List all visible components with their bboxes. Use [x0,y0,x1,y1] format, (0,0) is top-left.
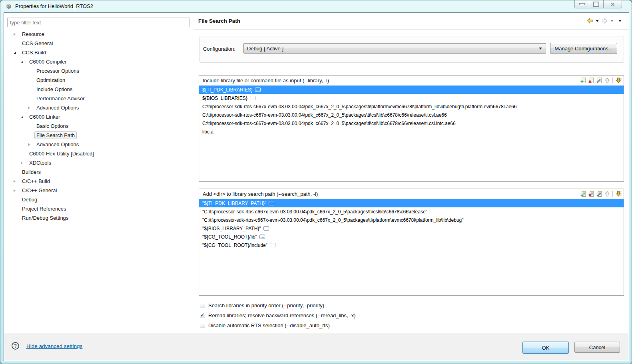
list-item[interactable]: libc.a [199,127,624,136]
sidebar-item-c-c-build[interactable]: C/C++ Build [4,177,193,186]
sidebar-item-label: Run/Debug Settings [20,214,70,222]
view-menu-caret[interactable] [618,20,622,22]
list-item[interactable]: C:\ti\processor-sdk-rtos-c667x-evm-03.03… [199,102,624,111]
sidebar-item-advanced-options[interactable]: Advanced Options [4,103,193,112]
tree-expand-icon[interactable] [21,161,23,165]
tree-collapse-icon[interactable] [21,61,23,63]
tree-expand-icon[interactable] [28,143,30,146]
sidebar-item-builders[interactable]: Builders [4,167,193,177]
move-down-icon[interactable] [615,77,622,84]
list-item[interactable]: C:\ti\processor-sdk-rtos-c667x-evm-03.03… [199,119,624,127]
move-down-icon[interactable] [615,190,622,197]
checkbox-row-reread-libraries-resolve-backward-references[interactable]: Reread libraries; resolve backward refer… [200,311,355,319]
toolbar-separator [612,191,613,197]
list-item[interactable]: "C:\ti\processor-sdk-rtos-c667x-evm-03.0… [199,207,624,216]
minimize-button[interactable] [574,0,589,8]
tree-expand-icon[interactable] [28,106,30,109]
tree-collapse-icon[interactable] [14,52,16,54]
sidebar-item-label: C6000 Compiler [27,58,69,66]
library-files-group: Include library file or command file as … [199,75,624,182]
edit-file-icon[interactable] [596,190,602,197]
sidebar-item-processor-options[interactable]: Processor Options [4,66,193,76]
sidebar-item-run-debug-settings[interactable]: Run/Debug Settings [4,213,193,223]
edit-file-icon[interactable] [596,77,602,84]
sidebar-item-performance-advisor[interactable]: Performance Advisor [4,94,193,103]
add-file-icon[interactable] [580,77,586,84]
maximize-button[interactable] [589,0,604,8]
checkbox-unchecked-icon[interactable] [200,323,205,328]
sidebar-item-project-references[interactable]: Project References [4,204,193,213]
tree-expand-icon[interactable] [14,189,16,192]
checkbox-row-disable-automatic-rts-selection[interactable]: Disable automatic RTS selection (--disab… [200,321,330,329]
sidebar-item-label: Processor Options [34,67,81,75]
list-item-text: "C:\ti\processor-sdk-rtos-c667x-evm-03.0… [202,217,464,223]
search-path-title: Add <dir> to library search path (--sear… [203,191,318,197]
titlebar[interactable]: Properties for HelloWorld_RTOS2 ✕ [0,0,632,12]
checkbox-row-search-libraries-in-priority-order[interactable]: Search libraries in priority order (--pr… [200,301,324,309]
list-item-text: C:\ti\processor-sdk-rtos-c667x-evm-03.03… [202,104,516,109]
list-item[interactable]: ${TI_PDK_LIBRARIES}… [199,86,624,94]
list-item-text: "C:\ti\processor-sdk-rtos-c667x-evm-03.0… [202,209,427,215]
forward-menu-caret[interactable] [610,20,614,22]
list-item-text: libc.a [202,129,213,135]
configuration-select[interactable]: Debug [ Active ] [243,43,546,54]
manage-configurations-button[interactable]: Manage Configurations... [550,43,617,54]
close-icon: ✕ [610,2,615,7]
dialog-footer: ? Hide advanced settings OK Cancel [4,333,629,361]
sidebar-item-label: C6000 Hex Utility [Disabled] [27,150,96,157]
list-item-text: "${BIOS_LIBRARY_PATH}" [202,226,261,231]
list-item-text: "${CG_TOOL_ROOT}/lib" [202,234,257,240]
sidebar-item-optimization[interactable]: Optimization [4,76,193,85]
sidebar-item-file-search-path[interactable]: File Search Path [4,131,193,140]
sidebar-item-ccs-build[interactable]: CCS Build [4,48,193,57]
search-path-list: "${TI_PDK_LIBRARY_PATH}"…"C:\ti\processo… [199,199,624,295]
sidebar-item-debug[interactable]: Debug [4,195,193,204]
hide-advanced-settings-link[interactable]: Hide advanced settings [26,343,82,349]
sidebar-item-label: Include Options [34,86,74,93]
list-item-text: C:\ti\processor-sdk-rtos-c667x-evm-03.03… [202,121,456,126]
list-item[interactable]: "${CG_TOOL_ROOT}/include"… [199,241,624,249]
back-menu-caret[interactable] [596,20,599,22]
sidebar-item-label: C/C++ Build [20,177,52,185]
help-icon[interactable]: ? [12,342,19,350]
dialog-body: ResourceCCS GeneralCCS BuildC6000 Compil… [4,12,629,361]
remove-file-icon[interactable] [588,77,594,84]
list-item[interactable]: "${BIOS_LIBRARY_PATH}"… [199,224,624,233]
checkbox-unchecked-icon[interactable] [200,303,205,308]
list-item[interactable]: ${BIOS_LIBRARIES}… [199,94,624,102]
cancel-button[interactable]: Cancel [574,342,620,353]
sidebar-item-c6000-compiler[interactable]: C6000 Compiler [4,57,193,66]
move-up-icon[interactable] [604,190,610,197]
sidebar-item-ccs-general[interactable]: CCS General [4,39,193,48]
main-panel: File Search Path Configuration: Debug [ … [194,13,629,333]
move-up-icon[interactable] [604,77,610,84]
tree-expand-icon[interactable] [14,33,16,36]
sidebar-item-xdctools[interactable]: XDCtools [4,158,193,167]
list-item[interactable]: C:\ti\processor-sdk-rtos-c667x-evm-03.03… [199,111,624,119]
sidebar-item-advanced-options[interactable]: Advanced Options [4,140,193,149]
sidebar-item-basic-options[interactable]: Basic Options [4,121,193,131]
tree-collapse-icon[interactable] [21,116,23,118]
list-item[interactable]: "${CG_TOOL_ROOT}/lib"… [199,233,624,241]
sidebar-item-include-options[interactable]: Include Options [4,85,193,94]
sidebar-item-label: CCS General [20,40,55,47]
sidebar-item-c6000-hex-utility-disabled[interactable]: C6000 Hex Utility [Disabled] [4,149,193,158]
library-files-list: ${TI_PDK_LIBRARIES}…${BIOS_LIBRARIES}…C:… [199,86,624,181]
add-file-icon[interactable] [580,190,586,197]
configuration-value: Debug [ Active ] [247,46,283,52]
ok-button[interactable]: OK [522,342,569,354]
remove-file-icon[interactable] [588,190,594,197]
sidebar-item-c-c-general[interactable]: C/C++ General [4,186,193,195]
list-item[interactable]: "${TI_PDK_LIBRARY_PATH}"… [199,199,624,207]
close-button[interactable]: ✕ [604,0,622,8]
sidebar-item-resource[interactable]: Resource [4,30,193,39]
tree-expand-icon[interactable] [14,180,16,183]
filter-input[interactable] [7,18,189,27]
back-icon[interactable] [586,18,593,24]
forward-icon[interactable] [601,18,608,24]
list-item[interactable]: "C:\ti\processor-sdk-rtos-c667x-evm-03.0… [199,216,624,224]
variable-badge-icon: … [263,226,269,231]
library-files-toolbar [580,77,622,84]
sidebar-item-c6000-linker[interactable]: C6000 Linker [4,112,193,121]
checkbox-checked-icon[interactable] [200,313,205,318]
